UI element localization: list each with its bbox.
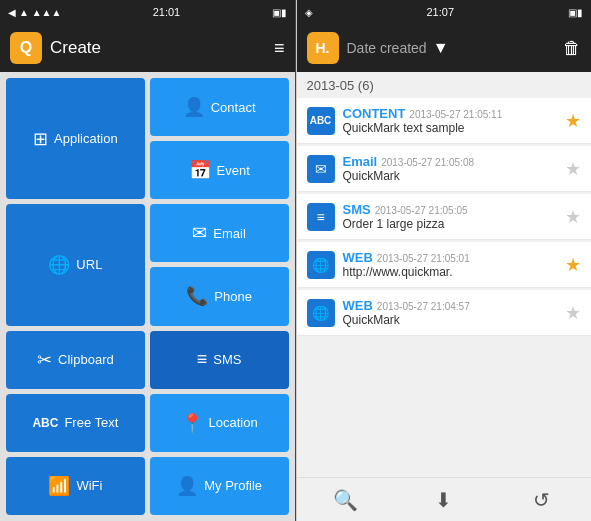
location-label: Location bbox=[209, 415, 258, 430]
history-item[interactable]: ≡ SMS 2013-05-27 21:05:05 Order 1 large … bbox=[297, 194, 592, 240]
trash-icon[interactable]: 🗑 bbox=[563, 38, 581, 59]
refresh-button[interactable]: ↺ bbox=[522, 482, 562, 518]
signal-icon: ◀ bbox=[8, 7, 16, 18]
history-text-0: QuickMark text sample bbox=[343, 121, 558, 135]
application-label: Application bbox=[54, 131, 118, 146]
right-logo: H. bbox=[307, 32, 339, 64]
sort-label[interactable]: Date created bbox=[347, 40, 427, 56]
left-status-right-icons: ▣▮ bbox=[272, 7, 287, 18]
grid-item-url[interactable]: 🌐 URL bbox=[6, 204, 145, 325]
web-type-symbol-3: 🌐 bbox=[312, 257, 329, 273]
email-label: Email bbox=[213, 226, 246, 241]
history-item-content-0: CONTENT 2013-05-27 21:05:11 QuickMark te… bbox=[343, 106, 558, 135]
sms-type-symbol: ≡ bbox=[316, 209, 324, 225]
signal-bars: ▲ ▲▲▲ bbox=[19, 7, 61, 18]
wifi-label: WiFi bbox=[76, 478, 102, 493]
clipboard-label: Clipboard bbox=[58, 352, 114, 367]
grid-item-event[interactable]: 📅 Event bbox=[150, 141, 289, 199]
sms-icon: ≡ bbox=[197, 349, 208, 370]
sms-type-icon: ≡ bbox=[307, 203, 335, 231]
history-time-1: 2013-05-27 21:05:08 bbox=[381, 157, 474, 168]
history-item[interactable]: 🌐 WEB 2013-05-27 21:05:01 http://www.qui… bbox=[297, 242, 592, 288]
left-time: 21:01 bbox=[153, 6, 181, 18]
right-status-left: ◈ bbox=[305, 7, 313, 18]
menu-icon[interactable]: ≡ bbox=[274, 38, 285, 59]
grid-item-application[interactable]: ⊞ Application bbox=[6, 78, 145, 199]
location-icon: 📍 bbox=[181, 412, 203, 434]
sort-arrow-icon[interactable]: ▼ bbox=[433, 39, 449, 57]
contact-label: Contact bbox=[211, 100, 256, 115]
right-header: H. Date created ▼ 🗑 bbox=[297, 24, 592, 72]
history-title-row-3: WEB 2013-05-27 21:05:01 bbox=[343, 250, 558, 265]
right-status-right: ▣▮ bbox=[568, 7, 583, 18]
email-type-icon: ✉ bbox=[307, 155, 335, 183]
freetext-icon: ABC bbox=[32, 416, 58, 430]
search-button[interactable]: 🔍 bbox=[326, 482, 366, 518]
phone-icon: 📞 bbox=[186, 285, 208, 307]
history-title-row-2: SMS 2013-05-27 21:05:05 bbox=[343, 202, 558, 217]
history-text-3: http://www.quickmar. bbox=[343, 265, 558, 279]
history-title-row-4: WEB 2013-05-27 21:04:57 bbox=[343, 298, 558, 313]
download-button[interactable]: ⬇ bbox=[424, 482, 464, 518]
myprofile-icon: 👤 bbox=[176, 475, 198, 497]
grid-item-email[interactable]: ✉ Email bbox=[150, 204, 289, 262]
refresh-icon: ↺ bbox=[533, 488, 550, 512]
bt-icon: ◈ bbox=[305, 7, 313, 18]
history-title-row-0: CONTENT 2013-05-27 21:05:11 bbox=[343, 106, 558, 121]
star-3[interactable]: ★ bbox=[565, 254, 581, 276]
history-type-0: CONTENT bbox=[343, 106, 406, 121]
star-4[interactable]: ★ bbox=[565, 302, 581, 324]
history-time-4: 2013-05-27 21:04:57 bbox=[377, 301, 470, 312]
history-title-row-1: Email 2013-05-27 21:05:08 bbox=[343, 154, 558, 169]
history-type-1: Email bbox=[343, 154, 378, 169]
event-label: Event bbox=[217, 163, 250, 178]
right-header-title: Date created ▼ bbox=[347, 39, 556, 57]
star-1[interactable]: ★ bbox=[565, 158, 581, 180]
grid-item-phone[interactable]: 📞 Phone bbox=[150, 267, 289, 325]
history-item-content-1: Email 2013-05-27 21:05:08 QuickMark bbox=[343, 154, 558, 183]
download-icon: ⬇ bbox=[435, 488, 452, 512]
phone-label: Phone bbox=[214, 289, 252, 304]
grid-item-location[interactable]: 📍 Location bbox=[150, 394, 289, 452]
right-panel: ◈ 21:07 ▣▮ H. Date created ▼ 🗑 2013-05 (… bbox=[296, 0, 592, 521]
grid-item-clipboard[interactable]: ✂ Clipboard bbox=[6, 331, 145, 389]
star-0[interactable]: ★ bbox=[565, 110, 581, 132]
history-type-3: WEB bbox=[343, 250, 373, 265]
clipboard-icon: ✂ bbox=[37, 349, 52, 371]
battery-icon: ▣▮ bbox=[272, 7, 287, 18]
grid-item-freetext[interactable]: ABC Free Text bbox=[6, 394, 145, 452]
left-status-left-icons: ◀ ▲ ▲▲▲ bbox=[8, 7, 61, 18]
grid-item-wifi[interactable]: 📶 WiFi bbox=[6, 457, 145, 515]
email-icon: ✉ bbox=[192, 222, 207, 244]
date-group-label: 2013-05 (6) bbox=[297, 72, 592, 96]
left-panel: ◀ ▲ ▲▲▲ 21:01 ▣▮ Q Create ≡ ⊞ Applicatio… bbox=[0, 0, 295, 521]
search-icon: 🔍 bbox=[333, 488, 358, 512]
history-item[interactable]: ABC CONTENT 2013-05-27 21:05:11 QuickMar… bbox=[297, 98, 592, 144]
url-icon: 🌐 bbox=[48, 254, 70, 276]
history-item[interactable]: ✉ Email 2013-05-27 21:05:08 QuickMark ★ bbox=[297, 146, 592, 192]
abc-icon: ABC bbox=[310, 115, 332, 126]
application-icon: ⊞ bbox=[33, 128, 48, 150]
url-label: URL bbox=[76, 257, 102, 272]
history-text-2: Order 1 large pizza bbox=[343, 217, 558, 231]
right-time: 21:07 bbox=[426, 6, 454, 18]
history-list: 2013-05 (6) ABC CONTENT 2013-05-27 21:05… bbox=[297, 72, 592, 477]
freetext-label: Free Text bbox=[64, 415, 118, 430]
grid-item-contact[interactable]: 👤 Contact bbox=[150, 78, 289, 136]
create-grid: ⊞ Application 👤 Contact 📅 Event 🌐 URL ✉ … bbox=[0, 72, 295, 521]
right-battery-icon: ▣▮ bbox=[568, 7, 583, 18]
web-type-icon-3: 🌐 bbox=[307, 251, 335, 279]
grid-item-myprofile[interactable]: 👤 My Profile bbox=[150, 457, 289, 515]
contact-icon: 👤 bbox=[183, 96, 205, 118]
history-text-4: QuickMark bbox=[343, 313, 558, 327]
history-item[interactable]: 🌐 WEB 2013-05-27 21:04:57 QuickMark ★ bbox=[297, 290, 592, 336]
content-type-icon: ABC bbox=[307, 107, 335, 135]
left-logo: Q bbox=[10, 32, 42, 64]
history-item-content-4: WEB 2013-05-27 21:04:57 QuickMark bbox=[343, 298, 558, 327]
history-text-1: QuickMark bbox=[343, 169, 558, 183]
history-time-2: 2013-05-27 21:05:05 bbox=[375, 205, 468, 216]
history-item-content-2: SMS 2013-05-27 21:05:05 Order 1 large pi… bbox=[343, 202, 558, 231]
star-2[interactable]: ★ bbox=[565, 206, 581, 228]
grid-item-sms[interactable]: ≡ SMS bbox=[150, 331, 289, 389]
history-item-content-3: WEB 2013-05-27 21:05:01 http://www.quick… bbox=[343, 250, 558, 279]
